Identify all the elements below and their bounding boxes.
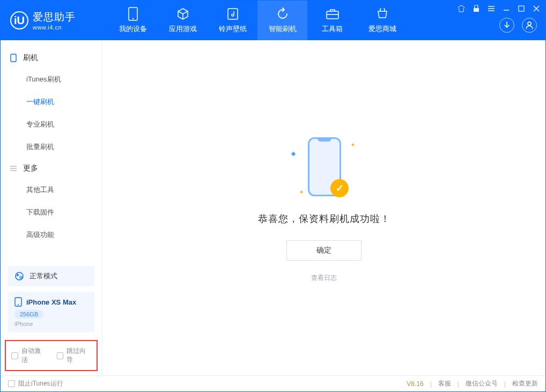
checkbox-label: 跳过向导 [67, 346, 91, 365]
sidebar-item-batch[interactable]: 批量刷机 [1, 136, 102, 158]
nav-tabs: 我的设备 应用游戏 铃声壁纸 智能刷机 [108, 1, 407, 40]
mode-icon [14, 271, 24, 281]
header-bar: iU 爱思助手 www.i4.cn 我的设备 应用游戏 [1, 1, 545, 40]
cube-icon [176, 7, 190, 21]
minimize-icon[interactable] [501, 4, 511, 13]
main-content: ✓ 恭喜您，保资料刷机成功啦！ 确定 查看日志 [102, 40, 545, 375]
header-right-buttons [499, 18, 537, 33]
footer-link-wechat[interactable]: 微信公众号 [466, 379, 498, 388]
device-name: iPhone XS Max [26, 298, 76, 306]
checkbox-icon [57, 352, 64, 359]
close-icon[interactable] [532, 4, 541, 13]
svg-point-8 [16, 272, 23, 280]
refresh-icon [276, 7, 290, 21]
app-name: 爱思助手 [33, 10, 76, 24]
footer-link-service[interactable]: 客服 [438, 379, 451, 388]
lock-icon[interactable] [471, 4, 481, 13]
svg-point-9 [17, 274, 19, 276]
device-phone-icon [14, 297, 22, 307]
sparkle-icon [351, 143, 355, 146]
nav-label: 工具箱 [322, 24, 343, 34]
svg-rect-7 [11, 54, 16, 62]
footer-right: V8.16 | 客服 | 微信公众号 | 检查更新 [407, 379, 538, 388]
nav-label: 铃声壁纸 [219, 24, 247, 34]
checkbox-label: 自动激活 [21, 346, 46, 365]
checkbox-icon [8, 380, 15, 387]
nav-label: 我的设备 [119, 24, 147, 34]
app-site: www.i4.cn [33, 24, 76, 31]
device-type: iPhone [14, 321, 88, 327]
svg-point-10 [20, 276, 22, 278]
user-button[interactable] [522, 18, 537, 33]
checkbox-skip-guide[interactable]: 跳过向导 [57, 346, 92, 365]
sidebar-item-advanced[interactable]: 高级功能 [1, 224, 102, 246]
group-title: 更多 [23, 164, 38, 173]
svg-rect-5 [519, 6, 524, 11]
options-row: 自动激活 跳过向导 [5, 340, 98, 371]
sidebar-item-pro[interactable]: 专业刷机 [1, 113, 102, 136]
ok-button[interactable]: 确定 [286, 240, 361, 261]
logo-area: iU 爱思助手 www.i4.cn [1, 10, 108, 31]
checkbox-icon [11, 352, 18, 359]
checkbox-auto-activate[interactable]: 自动激活 [11, 346, 46, 365]
nav-shop[interactable]: 爱思商城 [357, 1, 407, 40]
sidebar-group-more: 更多 [1, 158, 102, 179]
checkbox-block-itunes[interactable]: 阻止iTunes运行 [8, 379, 63, 388]
view-log-link[interactable]: 查看日志 [311, 273, 337, 283]
footer-link-update[interactable]: 检查更新 [512, 379, 538, 388]
list-icon [9, 164, 18, 173]
phone-icon [9, 54, 18, 62]
menu-icon[interactable] [486, 4, 496, 13]
toolbox-icon [326, 7, 340, 21]
success-message: 恭喜您，保资料刷机成功啦！ [258, 212, 390, 225]
nav-toolbox[interactable]: 工具箱 [307, 1, 357, 40]
nav-my-device[interactable]: 我的设备 [108, 1, 158, 40]
logo-icon: iU [10, 11, 28, 29]
sidebar: 刷机 iTunes刷机 一键刷机 专业刷机 批量刷机 更多 其他工具 下载固件 … [1, 40, 102, 375]
success-illustration: ✓ [281, 133, 367, 203]
check-icon: ✓ [330, 179, 349, 197]
sidebar-item-other[interactable]: 其他工具 [1, 179, 102, 201]
logo-text: 爱思助手 www.i4.cn [33, 10, 76, 31]
shop-icon [375, 7, 389, 21]
nav-flash[interactable]: 智能刷机 [257, 1, 307, 40]
download-button[interactable] [499, 18, 514, 33]
checkbox-label: 阻止iTunes运行 [18, 379, 63, 388]
group-title: 刷机 [23, 53, 38, 63]
svg-point-6 [528, 22, 531, 25]
sparkle-icon [291, 152, 296, 156]
body: 刷机 iTunes刷机 一键刷机 专业刷机 批量刷机 更多 其他工具 下载固件 … [1, 40, 545, 375]
app-window: iU 爱思助手 www.i4.cn 我的设备 应用游戏 [0, 0, 546, 392]
svg-point-1 [132, 18, 133, 19]
sidebar-item-firmware[interactable]: 下载固件 [1, 201, 102, 224]
storage-badge: 256GB [14, 310, 43, 319]
nav-label: 应用游戏 [169, 24, 197, 34]
shirt-icon[interactable] [456, 4, 466, 13]
mode-label: 正常模式 [29, 271, 57, 281]
music-icon [226, 7, 240, 21]
maximize-icon[interactable] [517, 4, 526, 13]
sidebar-item-oneclick[interactable]: 一键刷机 [1, 91, 102, 113]
svg-rect-3 [327, 11, 338, 19]
nav-label: 智能刷机 [269, 24, 297, 34]
phone-notch [318, 137, 331, 142]
sparkle-icon [300, 190, 303, 194]
device-info-panel[interactable]: iPhone XS Max 256GB iPhone [8, 292, 94, 332]
svg-point-12 [18, 304, 19, 305]
sidebar-item-itunes[interactable]: iTunes刷机 [1, 68, 102, 91]
window-controls [456, 4, 541, 13]
version-label: V8.16 [407, 380, 423, 388]
sidebar-group-flash: 刷机 [1, 48, 102, 68]
nav-label: 爱思商城 [368, 24, 396, 34]
svg-rect-4 [474, 8, 479, 12]
footer-bar: 阻止iTunes运行 V8.16 | 客服 | 微信公众号 | 检查更新 [1, 375, 545, 391]
device-mode-box[interactable]: 正常模式 [8, 266, 94, 286]
nav-ringtones[interactable]: 铃声壁纸 [208, 1, 257, 40]
nav-apps[interactable]: 应用游戏 [158, 1, 208, 40]
device-icon [126, 7, 140, 21]
